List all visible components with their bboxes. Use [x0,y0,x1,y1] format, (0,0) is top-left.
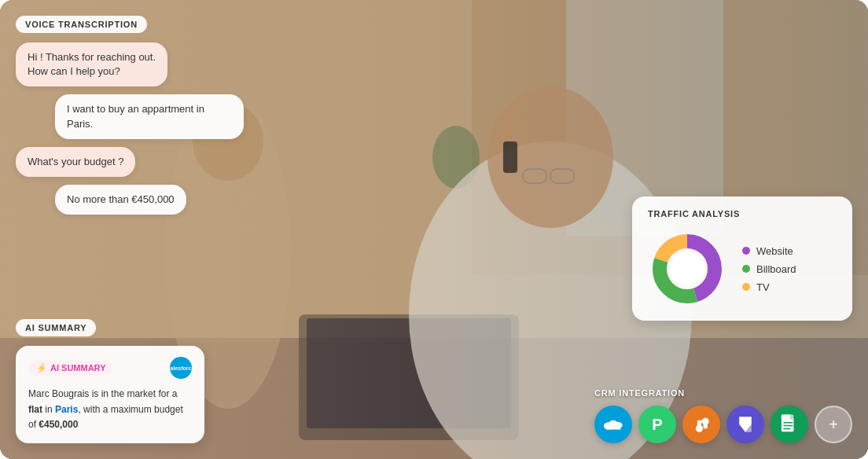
flat-text: flat [28,404,42,415]
crm-plus-icon: + [829,416,838,434]
legend-label-billboard: Billboard [756,263,796,275]
chat-messages: Hi ! Thanks for reaching out.How can I h… [16,42,244,215]
svg-rect-31 [790,415,795,420]
ai-summary-section: AI SUMMARY ⚡ AI SUMMARY salesforce Marc … [16,319,204,443]
salesforce-logo: salesforce [170,357,192,379]
legend-billboard: Billboard [742,263,796,275]
chat-bubble-2: I want to buy an appartment in Paris. [55,94,244,138]
svg-rect-30 [782,415,790,420]
pipedrive-letter: P [652,416,662,434]
sheets-icon-svg [780,413,799,435]
traffic-analysis-content: Website Billboard TV [648,230,837,308]
donut-chart [648,230,726,308]
crm-icons-row: P [594,406,852,443]
salesforce-text: salesforce [167,365,195,371]
crm-integration-panel: CRM INTEGRATION P [594,388,852,443]
legend-dot-billboard [742,265,750,273]
ai-summary-section-label: AI SUMMARY [16,319,96,336]
salesforce-icon-svg [602,417,624,432]
crm-add-button[interactable]: + [815,406,852,443]
crm-integration-label: CRM INTEGRATION [594,388,852,398]
ai-summary-card-header: ⚡ AI SUMMARY salesforce [28,357,192,379]
crm-icon-dynamics[interactable] [726,406,764,443]
legend-website: Website [742,245,796,257]
voice-transcription-panel: VOICE TRANSCRIPTION Hi ! Thanks for reac… [16,16,244,215]
legend-label-website: Website [756,245,793,257]
chat-text-3: What's your budget ? [28,156,123,167]
svg-rect-26 [697,420,708,423]
chat-text-1: Hi ! Thanks for reaching out.How can I h… [28,51,156,77]
traffic-analysis-title: TRAFFIC ANALYSIS [648,209,837,218]
svg-rect-21 [606,425,621,430]
svg-point-17 [670,252,704,286]
voice-transcription-label: VOICE TRANSCRIPTION [16,16,147,33]
crm-icon-salesforce[interactable] [594,406,632,443]
legend-dot-tv [742,283,750,291]
ai-summary-card: ⚡ AI SUMMARY salesforce Marc Bougrais is… [16,346,204,443]
chat-text-2: I want to buy an appartment in Paris. [67,103,204,129]
crm-icon-hubspot[interactable] [682,406,720,443]
dynamics-icon-svg [735,414,756,435]
legend-tv: TV [742,281,796,293]
chat-bubble-1: Hi ! Thanks for reaching out.How can I h… [16,42,167,86]
crm-icon-sheets[interactable] [771,406,808,443]
ai-badge-icon: ⚡ [36,363,47,373]
svg-rect-33 [783,425,793,427]
paris-text: Paris [55,404,78,415]
ai-badge-label: AI SUMMARY [50,363,105,373]
chat-bubble-4: No more than €450,000 [55,185,186,215]
budget-text: €450,000 [39,419,78,430]
ai-summary-body: Marc Bougrais is in the market for a fla… [28,387,192,432]
hubspot-icon-svg [691,414,712,435]
traffic-analysis-panel: TRAFFIC ANALYSIS Website [632,196,852,321]
legend-label-tv: TV [756,281,770,293]
svg-rect-34 [783,428,790,430]
chat-bubble-3: What's your budget ? [16,147,135,177]
legend-dot-website [742,247,750,255]
chart-legend: Website Billboard TV [742,245,796,293]
crm-icon-pipedrive[interactable]: P [638,406,676,443]
svg-rect-32 [783,422,793,424]
main-container: VOICE TRANSCRIPTION Hi ! Thanks for reac… [0,0,868,459]
ai-badge: ⚡ AI SUMMARY [28,361,113,376]
chat-text-4: No more than €450,000 [67,193,175,205]
